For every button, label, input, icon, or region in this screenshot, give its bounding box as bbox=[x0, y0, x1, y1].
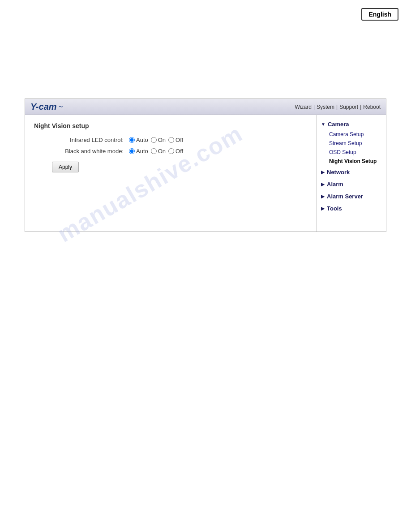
infrared-label: Infrared LED control: bbox=[52, 137, 124, 143]
bw-on-label[interactable]: On bbox=[151, 148, 166, 154]
nav-system[interactable]: System bbox=[317, 104, 334, 110]
sidebar-item-stream-setup[interactable]: Stream Setup bbox=[325, 139, 386, 148]
nav-wizard[interactable]: Wizard bbox=[295, 104, 312, 110]
sidebar-section-alarm: ▶ Alarm bbox=[317, 179, 386, 190]
infrared-radio-group: Auto On Off bbox=[129, 137, 183, 143]
infrared-auto-label[interactable]: Auto bbox=[129, 137, 148, 143]
header-nav: Wizard | System | Support | Reboot bbox=[295, 104, 381, 110]
sidebar-network-label: Network bbox=[327, 169, 350, 176]
infrared-row: Infrared LED control: Auto On Off bbox=[52, 137, 307, 143]
sidebar-section-alarm-server: ▶ Alarm Server bbox=[317, 191, 386, 202]
bw-off-text: Off bbox=[176, 148, 183, 154]
sidebar-tools-header[interactable]: ▶ Tools bbox=[317, 203, 386, 214]
infrared-on-radio[interactable] bbox=[151, 137, 157, 143]
panel-body: Night Vision setup Infrared LED control:… bbox=[25, 115, 386, 232]
sidebar-network-header[interactable]: ▶ Network bbox=[317, 167, 386, 178]
nav-sep-1: | bbox=[313, 104, 315, 110]
sidebar-section-camera: ▼ Camera Camera Setup Stream Setup OSD S… bbox=[317, 119, 386, 166]
apply-row: Apply bbox=[52, 162, 307, 172]
sidebar-item-camera-setup[interactable]: Camera Setup bbox=[325, 130, 386, 139]
sidebar-alarm-server-header[interactable]: ▶ Alarm Server bbox=[317, 191, 386, 202]
bw-auto-text: Auto bbox=[136, 148, 148, 154]
camera-panel: Y-cam 〜 Wizard | System | Support | Rebo… bbox=[25, 99, 386, 232]
sidebar-alarm-server-label: Alarm Server bbox=[327, 193, 363, 200]
form-table: Infrared LED control: Auto On Off bbox=[52, 137, 307, 154]
alarm-server-arrow-icon: ▶ bbox=[321, 194, 325, 199]
section-title: Night Vision setup bbox=[34, 122, 307, 129]
bw-on-text: On bbox=[158, 148, 166, 154]
infrared-off-text: Off bbox=[176, 137, 183, 143]
nav-support[interactable]: Support bbox=[339, 104, 358, 110]
sidebar-item-night-vision-setup[interactable]: Night Vision Setup bbox=[325, 157, 386, 166]
alarm-arrow-icon: ▶ bbox=[321, 182, 325, 187]
network-arrow-icon: ▶ bbox=[321, 170, 325, 175]
sidebar-camera-items: Camera Setup Stream Setup OSD Setup Nigh… bbox=[317, 130, 386, 166]
bw-on-radio[interactable] bbox=[151, 148, 157, 154]
logo-text: Y-cam bbox=[30, 102, 57, 112]
apply-button[interactable]: Apply bbox=[52, 162, 79, 172]
sidebar-tools-label: Tools bbox=[327, 205, 342, 212]
infrared-on-text: On bbox=[158, 137, 166, 143]
infrared-auto-text: Auto bbox=[136, 137, 148, 143]
bw-row: Black and white mode: Auto On Off bbox=[52, 148, 307, 154]
nav-reboot[interactable]: Reboot bbox=[363, 104, 381, 110]
sidebar-camera-header[interactable]: ▼ Camera bbox=[317, 119, 386, 130]
bw-auto-label[interactable]: Auto bbox=[129, 148, 148, 154]
infrared-off-radio[interactable] bbox=[168, 137, 174, 143]
bw-radio-group: Auto On Off bbox=[129, 148, 183, 154]
bw-off-radio[interactable] bbox=[168, 148, 174, 154]
ycam-logo: Y-cam 〜 bbox=[30, 102, 63, 112]
infrared-auto-radio[interactable] bbox=[129, 137, 135, 143]
sidebar-section-network: ▶ Network bbox=[317, 167, 386, 178]
camera-arrow-icon: ▼ bbox=[321, 122, 325, 127]
content-area: Night Vision setup Infrared LED control:… bbox=[25, 115, 317, 232]
bw-off-label[interactable]: Off bbox=[168, 148, 183, 154]
sidebar-alarm-label: Alarm bbox=[327, 181, 343, 188]
tools-arrow-icon: ▶ bbox=[321, 206, 325, 211]
language-button[interactable]: English bbox=[361, 8, 398, 21]
sidebar-item-osd-setup[interactable]: OSD Setup bbox=[325, 148, 386, 157]
sidebar-section-tools: ▶ Tools bbox=[317, 203, 386, 214]
sidebar-camera-label: Camera bbox=[328, 121, 349, 128]
sidebar-alarm-header[interactable]: ▶ Alarm bbox=[317, 179, 386, 190]
infrared-off-label[interactable]: Off bbox=[168, 137, 183, 143]
nav-sep-3: | bbox=[360, 104, 361, 110]
sidebar: ▼ Camera Camera Setup Stream Setup OSD S… bbox=[317, 115, 386, 232]
logo-wave: 〜 bbox=[59, 104, 63, 110]
nav-sep-2: | bbox=[336, 104, 338, 110]
infrared-on-label[interactable]: On bbox=[151, 137, 166, 143]
panel-header: Y-cam 〜 Wizard | System | Support | Rebo… bbox=[25, 99, 386, 115]
bw-label: Black and white mode: bbox=[52, 148, 124, 154]
bw-auto-radio[interactable] bbox=[129, 148, 135, 154]
